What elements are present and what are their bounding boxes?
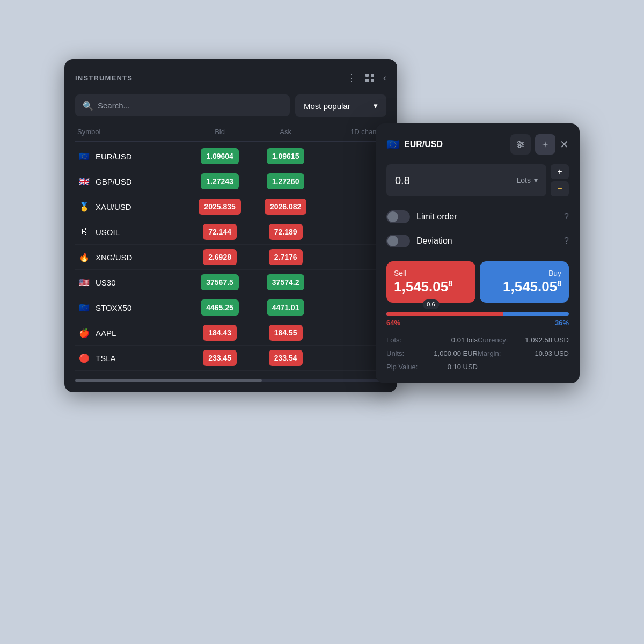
info-row: Margin: 10.93 USD — [478, 348, 569, 359]
sell-price-dec: 05 — [433, 279, 448, 295]
instrument-flag: 🇪🇺 — [77, 149, 91, 163]
bid-price: 72.144 — [203, 224, 237, 240]
ask-price: 37574.2 — [267, 274, 305, 290]
instrument-flag: 🛢 — [77, 225, 91, 239]
instrument-symbol: AAPL — [96, 328, 116, 338]
bid-price: 37567.5 — [201, 274, 239, 290]
instrument-symbol: USOIL — [96, 228, 120, 237]
sell-price-sup: 8 — [448, 279, 452, 288]
svg-rect-3 — [371, 79, 374, 82]
sentiment-labels: 64% 36% — [386, 319, 569, 327]
col-ask: Ask — [253, 128, 319, 136]
panel-title: INSTRUMENTS — [75, 74, 133, 82]
decrement-button[interactable]: − — [551, 181, 569, 196]
svg-rect-0 — [365, 74, 369, 77]
sentiment-bar-fill — [386, 312, 503, 316]
info-value: 1,092.58 USD — [525, 336, 569, 344]
instrument-symbol: GBP/USD — [96, 177, 132, 186]
limit-order-label: Limit order — [416, 212, 558, 222]
ask-price: 1.09615 — [267, 148, 305, 164]
info-label: Lots: — [386, 336, 401, 344]
svg-rect-2 — [365, 79, 369, 82]
instrument-row[interactable]: 🇪🇺 EUR/USD 1.09604 1.09615 — [75, 144, 386, 169]
sell-price: 1,545.058 — [394, 279, 468, 295]
buy-label: Buy — [487, 269, 561, 277]
sparkle-button[interactable] — [535, 134, 555, 155]
quantity-row: 0.8 Lots ▾ + − — [386, 164, 569, 196]
more-options-button[interactable]: ⋮ — [347, 72, 356, 84]
instrument-row[interactable]: 🔥 XNG/USD 2.6928 2.7176 — [75, 245, 386, 270]
bid-price: 1.09604 — [201, 148, 239, 164]
grid-view-button[interactable] — [365, 73, 375, 83]
bid-price: 4465.25 — [201, 299, 239, 316]
ask-price: 2026.082 — [265, 199, 306, 215]
col-bid: Bid — [187, 128, 253, 136]
collapse-button[interactable]: ‹ — [383, 72, 386, 84]
table-header: Symbol Bid Ask 1D change — [75, 128, 386, 142]
chevron-down-icon: ▾ — [374, 101, 378, 111]
panel-actions: ⋮ ‹ — [347, 72, 386, 84]
instrument-flag: 🔥 — [77, 250, 91, 264]
instrument-name: 🔴 TSLA — [77, 351, 187, 365]
instrument-row[interactable]: 🔴 TSLA 233.45 233.54 — [75, 346, 386, 371]
quantity-input-wrapper[interactable]: 0.8 Lots ▾ — [386, 164, 546, 196]
instrument-symbol: STOXX50 — [96, 303, 131, 312]
info-label: Currency: — [478, 336, 508, 344]
svg-point-7 — [518, 141, 520, 143]
filter-dropdown[interactable]: Most popular ▾ — [295, 94, 386, 117]
instruments-panel: INSTRUMENTS ⋮ ‹ 🔍 Mo — [64, 59, 397, 392]
increment-button[interactable]: + — [551, 164, 569, 179]
svg-point-8 — [521, 143, 523, 145]
bid-price: 233.45 — [203, 350, 237, 366]
col-change: 1D change — [318, 128, 384, 136]
instrument-name: 🍎 AAPL — [77, 326, 187, 340]
lots-selector[interactable]: Lots ▾ — [517, 176, 538, 185]
instrument-name: 🇬🇧 GBP/USD — [77, 174, 187, 188]
sentiment-buy-pct: 36% — [555, 319, 569, 327]
close-button[interactable]: ✕ — [560, 138, 569, 151]
deviation-help-icon[interactable]: ? — [564, 236, 569, 246]
buy-sell-row: Sell 1,545.058 0.6 Buy 1,545.058 — [386, 261, 569, 303]
trading-panel: 🇪🇺 EUR/USD — [376, 123, 580, 383]
sentiment-bar — [386, 312, 569, 316]
instrument-row[interactable]: 🛢 USOIL 72.144 72.189 — [75, 219, 386, 245]
limit-order-help-icon[interactable]: ? — [564, 212, 569, 222]
sell-button[interactable]: Sell 1,545.058 0.6 — [386, 261, 475, 303]
buy-price-sup: 8 — [557, 279, 561, 288]
bid-price: 2.6928 — [203, 249, 237, 265]
buy-price-main: 1,545. — [503, 279, 541, 295]
deviation-row: Deviation ? — [386, 229, 569, 253]
bid-price: 184.43 — [203, 325, 237, 341]
filter-label: Most popular — [304, 101, 350, 111]
instrument-name: 🛢 USOIL — [77, 225, 187, 239]
instrument-name: 🔥 XNG/USD — [77, 250, 187, 264]
search-input[interactable] — [75, 94, 290, 116]
svg-rect-1 — [371, 74, 374, 77]
instrument-row[interactable]: 🥇 XAU/USD 2025.835 2026.082 — [75, 194, 386, 219]
limit-order-toggle[interactable] — [386, 210, 410, 223]
info-row: Pip Value: 0.10 USD — [386, 361, 478, 372]
instrument-list: 🇪🇺 EUR/USD 1.09604 1.09615 🇬🇧 GBP/USD 1.… — [75, 144, 386, 371]
panel-header: INSTRUMENTS ⋮ ‹ — [75, 72, 386, 84]
info-grid: Lots: 0.01 lots Currency: 1,092.58 USD U… — [386, 334, 569, 372]
buy-button[interactable]: Buy 1,545.058 — [480, 261, 569, 303]
filter-settings-button[interactable] — [510, 134, 531, 155]
deviation-toggle[interactable] — [386, 235, 410, 247]
quantity-value: 0.8 — [395, 174, 410, 187]
instrument-name: 🇪🇺 EUR/USD — [77, 149, 187, 163]
instrument-flag: 🇬🇧 — [77, 174, 91, 188]
scrollbar-track[interactable] — [75, 379, 386, 382]
sentiment-bar-wrapper: 64% 36% — [386, 312, 569, 327]
sentiment-sell-pct: 64% — [386, 319, 400, 327]
search-wrapper: 🔍 — [75, 94, 290, 117]
instrument-row[interactable]: 🇺🇸 US30 37567.5 37574.2 — [75, 270, 386, 295]
instrument-row[interactable]: 🍎 AAPL 184.43 184.55 — [75, 320, 386, 346]
instrument-symbol: TSLA — [96, 354, 116, 363]
info-value: 0.01 lots — [451, 336, 478, 344]
instrument-flag: 🔴 — [77, 351, 91, 365]
instrument-row[interactable]: 🇪🇺 STOXX50 4465.25 4471.01 — [75, 295, 386, 320]
instrument-flag: 🥇 — [77, 200, 91, 214]
lots-label: Lots — [517, 176, 531, 185]
instrument-row[interactable]: 🇬🇧 GBP/USD 1.27243 1.27260 — [75, 169, 386, 194]
ask-price: 1.27260 — [267, 173, 305, 189]
